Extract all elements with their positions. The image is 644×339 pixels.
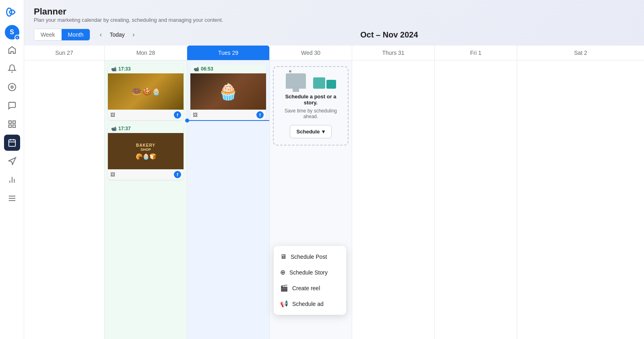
dropdown-menu: 🖥 Schedule Post ⊕ Schedule Story 🎬 Creat… — [274, 246, 346, 315]
post-time-tues-1: 📹 06:53 — [190, 64, 266, 73]
today-line — [187, 120, 269, 121]
post-thumbnail-tues-1: 🧁 — [190, 73, 266, 110]
schedule-story-icon: ⊕ — [280, 268, 285, 276]
toolbar: Week Month ‹ Today › Oct – Nov 2024 — [34, 29, 634, 46]
calendar-container: Sun 27 Mon 28 Tues 29 Wed 30 Thurs 31 Fr… — [24, 46, 644, 339]
svg-rect-6 — [12, 125, 15, 127]
svg-rect-5 — [8, 125, 11, 127]
post-card-tues-1[interactable]: 📹 06:53 🧁 🖼 f — [190, 64, 266, 120]
schedule-sub: Save time by scheduling ahead. — [280, 108, 341, 119]
main-content: Planner Plan your marketing calendar by … — [24, 0, 644, 339]
sidebar-item-analytics[interactable] — [4, 172, 20, 188]
day-header-fri: Fri 1 — [435, 46, 517, 60]
sidebar-item-content[interactable] — [4, 116, 20, 132]
platform-icon-fb: f — [174, 111, 181, 119]
media-icon: 🖼 — [110, 112, 115, 118]
create-reel-icon: 🎬 — [280, 284, 288, 292]
schedule-ad-label: Schedule ad — [292, 301, 324, 307]
chevron-down-icon: ▾ — [322, 129, 325, 135]
view-toggle: Week Month — [34, 29, 90, 41]
svg-rect-3 — [8, 121, 11, 123]
svg-point-0 — [6, 8, 12, 16]
fb-badge: f — [14, 35, 20, 40]
schedule-prompt: Schedule a post or a story. Save time by… — [273, 66, 349, 146]
dropdown-item-schedule-post[interactable]: 🖥 Schedule Post — [274, 249, 346, 264]
day-header-sun: Sun 27 — [24, 46, 105, 60]
day-header-sat: Sat 2 — [517, 46, 644, 60]
dropdown-item-create-reel[interactable]: 🎬 Create reel — [274, 280, 346, 296]
schedule-button[interactable]: Schedule ▾ — [290, 125, 332, 138]
post-time-mon-1: 📹 17:33 — [108, 64, 184, 73]
meta-logo — [5, 5, 19, 19]
post-footer-mon-1: 🖼 f — [108, 110, 184, 120]
svg-point-1 — [8, 83, 15, 91]
media-icon-tues: 🖼 — [193, 112, 198, 118]
schedule-heading: Schedule a post or a story. — [280, 94, 341, 106]
today-dot — [185, 119, 189, 123]
day-headers: Sun 27 Mon 28 Tues 29 Wed 30 Thurs 31 Fr… — [24, 46, 644, 60]
sidebar-item-ads[interactable] — [4, 153, 20, 169]
post-thumbnail-mon-1: 🍩🍪🧁 — [108, 73, 184, 110]
sidebar-item-notifications[interactable] — [4, 60, 20, 77]
day-header-tues: Tues 29 — [187, 46, 270, 60]
day-col-wed: Schedule a post or a story. Save time by… — [270, 60, 352, 339]
day-header-mon: Mon 28 — [105, 46, 187, 60]
svg-rect-7 — [8, 140, 15, 147]
schedule-post-label: Schedule Post — [291, 254, 327, 260]
post-card-mon-2[interactable]: 📹 17:37 BAKERY SHOP 🥐🧁🍞 🖼 f — [108, 124, 184, 180]
day-col-tues: 📹 06:53 🧁 🖼 f — [187, 60, 270, 339]
post-footer-tues-1: 🖼 f — [190, 110, 266, 120]
dropdown-item-schedule-ad[interactable]: 📢 Schedule ad — [274, 296, 346, 312]
today-button[interactable]: Today — [108, 31, 126, 38]
platform-icon-fb-tues: f — [256, 111, 264, 119]
prev-button[interactable]: ‹ — [95, 29, 106, 40]
day-col-mon: 📹 17:33 🍩🍪🧁 🖼 f — [105, 60, 187, 339]
page-title: Planner — [34, 6, 634, 17]
day-col-sun — [24, 60, 105, 339]
day-header-thurs: Thurs 31 — [352, 46, 435, 60]
schedule-graphic — [280, 73, 341, 89]
post-thumbnail-mon-2: BAKERY SHOP 🥐🧁🍞 — [108, 133, 184, 169]
sidebar: S f — [0, 0, 24, 339]
schedule-ad-icon: 📢 — [280, 300, 288, 308]
day-col-thurs — [352, 60, 435, 339]
video-icon-tues: 📹 — [194, 67, 199, 72]
calendar-title: Oct – Nov 2024 — [144, 30, 634, 40]
post-footer-mon-2: 🖼 f — [108, 169, 184, 180]
sidebar-item-home[interactable] — [4, 42, 20, 58]
media-icon-2: 🖼 — [110, 172, 115, 177]
calendar-body: 📹 17:33 🍩🍪🧁 🖼 f — [24, 60, 644, 339]
month-view-button[interactable]: Month — [62, 29, 90, 40]
post-time-mon-2: 📹 17:37 — [108, 124, 184, 133]
post-card-mon-1[interactable]: 📹 17:33 🍩🍪🧁 🖼 f — [108, 64, 184, 120]
schedule-story-label: Schedule Story — [289, 269, 328, 276]
avatar[interactable]: S f — [5, 25, 19, 40]
dropdown-item-schedule-story[interactable]: ⊕ Schedule Story — [274, 264, 346, 280]
sidebar-item-chat[interactable] — [4, 98, 20, 114]
platform-icon-fb-2: f — [174, 171, 181, 178]
nav-arrows: ‹ Today › — [95, 29, 139, 40]
sidebar-item-planner[interactable] — [4, 135, 20, 151]
video-icon-2: 📹 — [111, 126, 117, 131]
header: Planner Plan your marketing calendar by … — [24, 0, 644, 46]
day-header-wed: Wed 30 — [270, 46, 352, 60]
week-view-button[interactable]: Week — [34, 29, 62, 40]
sidebar-item-more[interactable] — [4, 190, 20, 206]
video-icon: 📹 — [111, 67, 117, 72]
svg-rect-4 — [12, 121, 15, 123]
next-button[interactable]: › — [128, 29, 139, 40]
day-col-sat — [517, 60, 644, 339]
schedule-post-icon: 🖥 — [280, 253, 287, 260]
create-reel-label: Create reel — [292, 285, 320, 291]
sidebar-item-location[interactable] — [4, 79, 20, 95]
svg-point-2 — [11, 86, 13, 88]
day-col-fri — [435, 60, 517, 339]
page-subtitle: Plan your marketing calendar by creating… — [34, 17, 634, 23]
